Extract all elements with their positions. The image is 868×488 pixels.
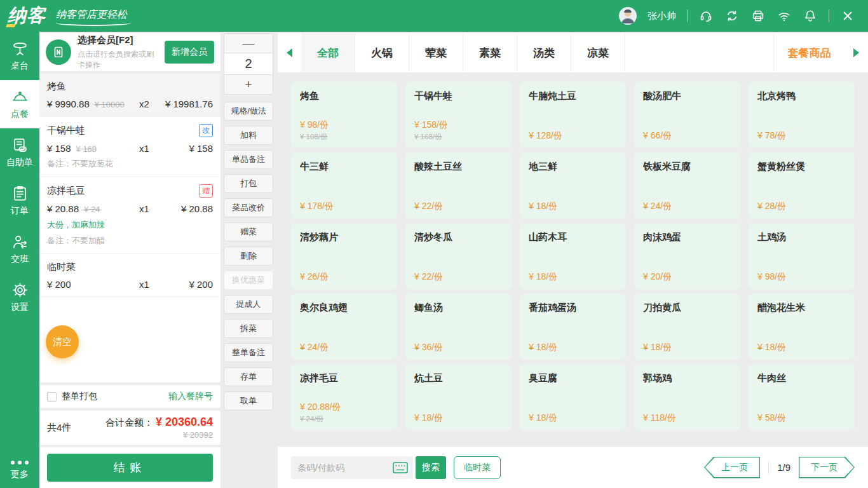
menu-item[interactable]: 刀拍黄瓜 ¥ 18/份	[634, 294, 740, 360]
prev-page-button[interactable]: 上一页	[704, 457, 760, 478]
menu-item-name: 蟹黄粉丝煲	[757, 161, 846, 173]
action-button[interactable]: 规格/做法	[224, 102, 273, 121]
sidebar-item-more[interactable]: 更多	[0, 461, 39, 488]
menu-item[interactable]: 铁板米豆腐 ¥ 24/份	[634, 152, 740, 219]
qty-minus-button[interactable]: —	[224, 34, 273, 53]
topbar-icon-sync[interactable]	[724, 8, 740, 24]
barcode-input[interactable]	[297, 463, 393, 473]
pack-row: 整单打包 输入餐牌号	[39, 385, 220, 408]
total-original-amount: ¥ 20392	[105, 430, 213, 440]
order-item-price: ¥ 200	[47, 279, 71, 290]
action-button[interactable]: 取单	[224, 391, 273, 410]
menu-item-price: ¥ 20.88/份	[300, 402, 388, 413]
checkout-button[interactable]: 结账	[47, 454, 213, 482]
add-member-button[interactable]: 新增会员	[165, 41, 214, 64]
menu-item[interactable]: 鲫鱼汤 ¥ 36/份	[405, 294, 512, 360]
menu-item[interactable]: 番茄鸡蛋汤 ¥ 18/份	[520, 294, 626, 360]
topbar-icon-bell[interactable]	[803, 8, 818, 24]
action-button[interactable]: 提成人	[224, 295, 273, 314]
enter-table-number-link[interactable]: 输入餐牌号	[168, 391, 213, 402]
category-tab[interactable]: 汤类	[517, 33, 571, 72]
clear-order-button[interactable]: 清空	[46, 325, 79, 358]
action-button[interactable]: 菜品改价	[224, 198, 273, 217]
topbar-icon-wifi[interactable]	[776, 8, 792, 24]
menu-item[interactable]: 蟹黄粉丝煲 ¥ 28/份	[749, 152, 855, 219]
menu-item[interactable]: 土鸡汤 ¥ 98/份	[749, 223, 855, 289]
next-page-button[interactable]: 下一页	[799, 457, 855, 478]
menu-item-name: 鲫鱼汤	[414, 302, 503, 314]
member-select[interactable]: 选择会员[F2] 点击进行会员搜索或刷卡操作	[78, 34, 158, 71]
category-tab[interactable]: 火锅	[355, 33, 409, 72]
category-tab[interactable]: 素菜	[463, 33, 517, 72]
item-count: 共4件	[47, 422, 71, 434]
category-tab[interactable]: 凉菜	[571, 33, 625, 72]
menu-item-price: ¥ 18/份	[414, 412, 503, 424]
menu-item[interactable]: 牛腩炖土豆 ¥ 128/份	[520, 82, 626, 148]
menu-item[interactable]: 牛三鲜 ¥ 178/份	[291, 152, 397, 219]
menu-item[interactable]: 炕土豆 ¥ 18/份	[405, 364, 512, 430]
sidebar-item-table[interactable]: 桌台	[0, 32, 39, 80]
action-button[interactable]: 存单	[224, 367, 273, 386]
menu-item[interactable]: 干锅牛蛙 ¥ 158/份 ¥ 168/份	[405, 82, 512, 148]
menu-item[interactable]: 凉拌毛豆 ¥ 20.88/份 ¥ 24/份	[291, 364, 397, 430]
topbar-icon-printer[interactable]	[750, 8, 766, 24]
order-item[interactable]: 临时菜 ¥ 200 x1 ¥ 200	[39, 254, 220, 297]
sidebar-item-cloche[interactable]: 点餐	[0, 80, 39, 128]
tabs-scroll-left-icon[interactable]	[278, 33, 301, 72]
menu-item[interactable]: 清炒冬瓜 ¥ 22/份	[405, 223, 512, 289]
menu-item[interactable]: 醋泡花生米 ¥ 18/份	[749, 294, 855, 360]
menu-item[interactable]: 臭豆腐 ¥ 18/份	[520, 364, 626, 430]
action-button[interactable]: 加料	[224, 126, 273, 145]
menu-item[interactable]: 北京烤鸭 ¥ 78/份	[749, 82, 855, 148]
menu-grid: 烤鱼 ¥ 98/份 ¥ 108/份 干锅牛蛙 ¥ 158/份 ¥ 168/份 牛…	[278, 72, 868, 446]
order-item-total: ¥ 19981.76	[157, 98, 213, 109]
menu-item[interactable]: 山药木耳 ¥ 18/份	[520, 223, 626, 289]
menu-item[interactable]: 酸汤肥牛 ¥ 66/份	[634, 82, 740, 148]
menu-item[interactable]: 烤鱼 ¥ 98/份 ¥ 108/份	[291, 82, 397, 148]
menu-item[interactable]: 清炒藕片 ¥ 26/份	[291, 223, 397, 289]
sidebar-item-receipt[interactable]: 自助单	[0, 128, 39, 177]
menu-item[interactable]: 郭场鸡 ¥ 118/份	[634, 364, 740, 430]
order-item[interactable]: 烤鱼 ¥ 9990.88 ¥ 10000 x2 ¥ 19981.76	[39, 74, 220, 117]
topbar-icon-headset[interactable]	[698, 8, 714, 24]
menu-item-name: 山药木耳	[529, 231, 617, 243]
more-dots-icon	[11, 461, 29, 464]
avatar[interactable]	[619, 7, 637, 25]
keyboard-icon[interactable]	[393, 462, 408, 473]
action-button[interactable]: 换优惠菜	[224, 271, 273, 290]
menu-item-name: 炕土豆	[414, 372, 503, 384]
action-button[interactable]: 删除	[224, 247, 273, 266]
logo-text: 纳客	[8, 3, 46, 29]
menu-item[interactable]: 奥尔良鸡翅 ¥ 24/份	[291, 294, 397, 360]
temp-dish-button[interactable]: 临时菜	[454, 456, 501, 479]
action-button[interactable]: 赠菜	[224, 222, 273, 241]
pack-whole-order-checkbox[interactable]	[47, 392, 57, 402]
action-button[interactable]: 单品备注	[224, 150, 273, 169]
menu-item-name: 土鸡汤	[757, 231, 846, 243]
pack-whole-order-label: 整单打包	[62, 391, 97, 402]
menu-item[interactable]: 牛肉丝 ¥ 58/份	[749, 364, 855, 430]
member-card-icon[interactable]	[46, 39, 71, 65]
tab-combo-products[interactable]: 套餐商品	[773, 33, 844, 72]
menu-item[interactable]: 酸辣土豆丝 ¥ 22/份	[405, 152, 512, 219]
action-button[interactable]: 打包	[224, 174, 273, 193]
category-tab[interactable]: 荤菜	[409, 33, 463, 72]
sidebar-item-clipboard[interactable]: 订单	[0, 177, 39, 225]
search-button[interactable]: 搜索	[416, 456, 446, 479]
close-icon[interactable]	[840, 8, 855, 24]
action-button[interactable]: 整单备注	[224, 343, 273, 362]
sidebar-item-gear[interactable]: 设置	[0, 273, 39, 322]
tabs-scroll-right-icon[interactable]	[844, 33, 868, 72]
menu-item[interactable]: 肉沫鸡蛋 ¥ 20/份	[634, 223, 740, 289]
order-item[interactable]: 干锅牛蛙 改 ¥ 158 ¥ 168 x1 ¥ 158 备	[39, 117, 220, 177]
sidebar-item-person[interactable]: 交班	[0, 225, 39, 273]
menu-item-name: 牛肉丝	[757, 372, 846, 384]
order-item-name: 干锅牛蛙	[47, 125, 85, 137]
menu-item-price: ¥ 98/份	[757, 271, 846, 283]
category-tab[interactable]: 全部	[301, 33, 355, 72]
order-item-name: 临时菜	[47, 261, 76, 273]
qty-plus-button[interactable]: +	[224, 74, 273, 94]
menu-item[interactable]: 地三鲜 ¥ 18/份	[520, 152, 626, 219]
action-button[interactable]: 拆菜	[224, 319, 273, 338]
order-item[interactable]: 凉拌毛豆 赠 ¥ 20.88 ¥ 24 x1 ¥ 20.88 大份，加麻加辣	[39, 177, 220, 254]
